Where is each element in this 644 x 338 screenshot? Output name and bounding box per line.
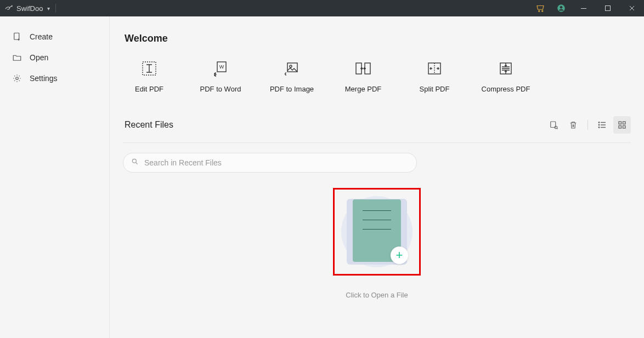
recent-files-title: Recent Files	[125, 120, 173, 130]
sidebar: Create Open Settings	[0, 16, 110, 338]
svg-point-3	[560, 6, 563, 9]
compress-pdf-icon	[497, 60, 515, 77]
tool-pdf-to-word[interactable]: W PDF to Word	[196, 60, 245, 93]
minimize-button[interactable]	[572, 0, 596, 16]
svg-rect-25	[623, 126, 626, 129]
list-view-button[interactable]	[594, 116, 611, 134]
plus-icon: +	[391, 247, 408, 264]
tool-label: PDF to Word	[200, 85, 241, 93]
tool-label: Split PDF	[420, 85, 450, 93]
svg-rect-24	[619, 126, 622, 129]
svg-point-0	[539, 10, 540, 12]
sidebar-item-settings[interactable]: Settings	[0, 68, 109, 89]
app-logo-icon	[4, 4, 13, 13]
grid-view-button[interactable]	[613, 116, 631, 134]
separator	[587, 120, 588, 130]
titlebar-separator	[55, 4, 56, 13]
pdf-to-image-icon	[283, 60, 301, 77]
tool-edit-pdf[interactable]: Edit PDF	[125, 60, 174, 93]
sidebar-item-create[interactable]: Create	[0, 26, 109, 47]
search-icon	[131, 158, 139, 168]
svg-rect-4	[581, 8, 586, 9]
svg-point-21	[598, 127, 600, 128]
open-file-caption: Click to Open a File	[346, 291, 408, 299]
titlebar: SwifDoo ▾	[0, 0, 644, 16]
sidebar-item-open[interactable]: Open	[0, 47, 109, 68]
recent-search-input[interactable]	[144, 158, 409, 167]
sidebar-item-label: Open	[30, 53, 48, 62]
tool-split-pdf[interactable]: Split PDF	[410, 60, 459, 93]
sidebar-item-label: Settings	[30, 74, 58, 83]
split-pdf-icon	[426, 60, 443, 77]
tool-label: Compress PDF	[482, 85, 530, 93]
gear-icon	[12, 73, 22, 83]
recent-search[interactable]	[123, 153, 417, 173]
divider	[123, 142, 631, 143]
create-icon	[12, 32, 22, 42]
svg-rect-5	[606, 6, 611, 11]
app-menu-dropdown[interactable]: ▾	[47, 5, 50, 12]
maximize-button[interactable]	[596, 0, 620, 16]
merge-pdf-icon	[354, 60, 372, 77]
svg-text:W: W	[219, 64, 224, 70]
tool-row: Edit PDF W PDF to Word	[125, 60, 631, 93]
tool-label: Merge PDF	[345, 85, 381, 93]
svg-point-19	[598, 122, 600, 123]
page-title: Welcome	[125, 33, 631, 44]
sidebar-item-label: Create	[30, 32, 53, 41]
app-name: SwifDoo	[16, 4, 43, 13]
svg-rect-22	[619, 122, 622, 124]
svg-point-1	[542, 10, 543, 12]
tool-compress-pdf[interactable]: Compress PDF	[481, 60, 530, 93]
tool-label: PDF to Image	[270, 85, 314, 93]
cart-button[interactable]	[530, 0, 551, 16]
svg-point-20	[598, 124, 600, 125]
tool-merge-pdf[interactable]: Merge PDF	[338, 60, 388, 93]
svg-rect-23	[623, 122, 626, 124]
close-button[interactable]	[620, 0, 644, 16]
tool-pdf-to-image[interactable]: PDF to Image	[267, 60, 317, 93]
open-icon	[12, 53, 22, 62]
open-file-dropzone[interactable]: +	[333, 188, 421, 276]
delete-button[interactable]	[564, 116, 582, 134]
edit-pdf-icon	[140, 60, 158, 77]
pdf-to-word-icon: W	[212, 60, 229, 77]
tool-label: Edit PDF	[135, 85, 163, 93]
svg-rect-6	[14, 33, 19, 39]
account-button[interactable]	[551, 0, 572, 16]
svg-point-7	[16, 77, 19, 80]
svg-point-26	[132, 159, 136, 163]
pin-view-button[interactable]	[545, 116, 562, 134]
svg-point-12	[290, 65, 292, 67]
